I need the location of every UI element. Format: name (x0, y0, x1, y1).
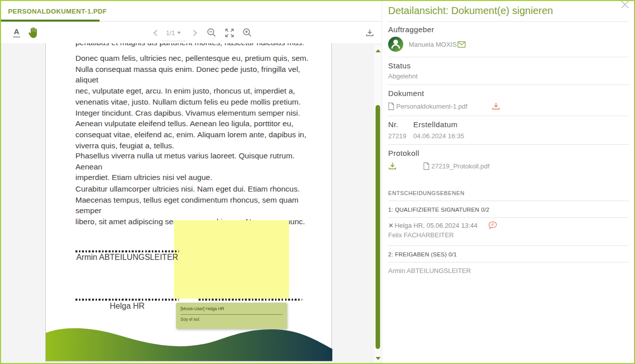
rejected-x-icon: ✕ (388, 222, 394, 229)
dokument-filename: Personaldokument-1.pdf (396, 103, 468, 110)
rejection-text: Helga HR, 05.06.2024 13:44 (395, 222, 478, 229)
signature-dotted-line-1 (75, 250, 179, 252)
fullscreen-expand-icon (225, 29, 234, 37)
previous-page-button[interactable] (150, 26, 163, 39)
signature-label-armin: Armin ABTEILUNGSLEITER (75, 253, 179, 262)
signature-field-highlight[interactable] (174, 220, 289, 299)
protokoll-file-link[interactable]: 27219_Protokoll.pdf (423, 162, 490, 170)
close-icon (620, 0, 630, 10)
tab-personaldokument[interactable]: PERSONALDOKUMENT-1.PDF (8, 8, 107, 15)
detail-panel: Detailansicht: Dokument(e) signieren Auf… (382, 1, 634, 363)
document-viewer-panel: PERSONALDOKUMENT-1.PDF A 1/1 (1, 1, 382, 363)
download-dokument-icon[interactable] (492, 102, 500, 111)
document-download-button[interactable] (363, 26, 376, 39)
pdf-page: penatibus et magnis dis parturient monte… (45, 43, 332, 361)
page-indicator-dropdown[interactable]: 1/1 (162, 28, 185, 41)
viewer-toolbar: A 1/1 (1, 22, 382, 43)
scrollbar-thumb[interactable] (376, 105, 380, 349)
chevron-down-icon (177, 32, 181, 34)
detail-panel-header: Detailansicht: Dokument(e) signieren (388, 1, 629, 22)
document-viewport: penatibus et magnis dis parturient monte… (1, 43, 382, 363)
zoom-in-icon (242, 28, 252, 38)
protokoll-heading: Protokoll (388, 149, 629, 157)
scrollbar-up-arrow[interactable] (376, 49, 381, 52)
pdf-file-icon (388, 103, 394, 110)
nr-heading: Nr. (388, 120, 413, 129)
fit-to-screen-button[interactable] (223, 26, 236, 39)
erstelldatum-value: 04.06.2024 16:35 (413, 132, 464, 140)
erstelldatum-heading: Erstelldatum (413, 120, 464, 129)
signature-label-helga: Helga HR (75, 302, 179, 311)
level-1-title: 1: QUALIFIZIERTE SIGNATUREN 0/2 (388, 201, 629, 218)
page-indicator: 1/1 (166, 29, 175, 37)
status-section: Status Abgelehnt (388, 57, 629, 85)
sticky-note-message: Soy el sol. (180, 317, 283, 322)
scrollbar-down-arrow[interactable] (376, 357, 381, 360)
text-annotation-tool-button[interactable]: A (10, 26, 23, 39)
sticky-note-author: [Moxis-User] Helga HR (180, 306, 283, 311)
pdf-file-icon (423, 162, 429, 170)
dokument-heading: Dokument (388, 89, 629, 98)
auftraggeber-section: Auftraggeber Manuela MOXIS (388, 22, 629, 57)
meta-section: Nr. 27219 Erstelldatum 04.06.2024 16:35 (388, 116, 629, 145)
moxis-window: PERSONALDOKUMENT-1.PDF A 1/1 (0, 0, 635, 364)
dokument-section: Dokument Personaldokument-1.pdf (388, 85, 629, 116)
avatar (388, 37, 403, 52)
protokoll-section: Protokoll 27219_Protokoll.pdf (388, 145, 629, 170)
signature-dotted-line-2-right (199, 299, 302, 301)
level-2-pending-signer: Armin ABTEILUNGSLEITER (388, 262, 629, 279)
zoom-out-icon (207, 28, 217, 38)
text-tool-icon: A (14, 28, 20, 35)
hand-icon (27, 27, 38, 39)
download-icon (366, 29, 374, 37)
status-value: Abgelehnt (388, 72, 629, 80)
next-page-button[interactable] (187, 26, 200, 39)
mail-icon[interactable] (458, 41, 466, 48)
dokument-file-link[interactable]: Personaldokument-1.pdf (388, 103, 468, 110)
sticky-note-divider (180, 314, 283, 315)
download-protokoll-icon[interactable] (388, 162, 397, 170)
footer-wave-graphic (46, 323, 332, 361)
pdf-paragraph-clipped: penatibus et magnis dis parturient monte… (75, 43, 319, 48)
document-tab-bar: PERSONALDOKUMENT-1.PDF (1, 1, 382, 22)
level-2-title: 2: FREIGABEN (SES) 0/1 (388, 246, 629, 262)
status-heading: Status (388, 61, 629, 70)
close-button[interactable] (620, 0, 630, 10)
protokoll-filename: 27219_Protokoll.pdf (431, 162, 490, 170)
zoom-in-button[interactable] (241, 26, 254, 39)
zoom-out-button[interactable] (205, 26, 218, 39)
entscheidungsebenen-heading: ENTSCHEIDUNGSEBENEN (388, 190, 629, 201)
pan-tool-button[interactable] (26, 26, 39, 39)
chevron-right-icon (191, 30, 197, 36)
nr-value: 27219 (388, 132, 413, 140)
level-1-rejection-entry: ✕ Helga HR, 05.06.2024 13:44 Felix FACHA… (388, 218, 629, 246)
rejection-delegate: Felix FACHARBEITER (388, 231, 629, 239)
detail-panel-title: Detailansicht: Dokument(e) signieren (388, 5, 553, 16)
comment-bubble-icon[interactable] (488, 221, 497, 229)
pdf-paragraph: Donec quam felis, ultricies nec, pellent… (75, 53, 319, 151)
auftraggeber-name: Manuela MOXIS (409, 41, 457, 48)
signature-dotted-line-2-left (75, 299, 179, 301)
auftraggeber-heading: Auftraggeber (388, 25, 629, 34)
chevron-left-icon (153, 30, 160, 36)
pdf-paragraph: Phasellus viverra nulla ut metus varius … (75, 150, 319, 183)
